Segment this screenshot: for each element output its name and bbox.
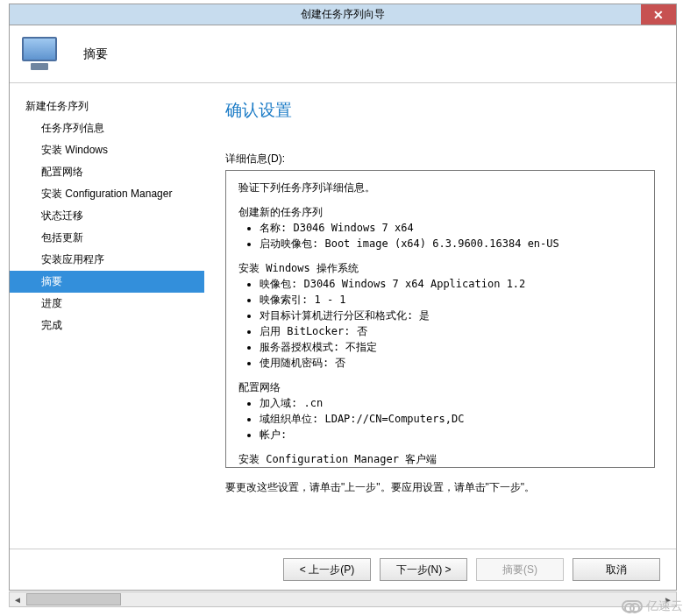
nav-item-task-info[interactable]: 任务序列信息	[10, 117, 204, 139]
details-section-create: 创建新的任务序列 名称: D3046 Windows 7 x64 启动映像包: …	[238, 204, 642, 251]
summary-button: 摘要(S)	[476, 558, 564, 581]
nav-item-summary[interactable]: 摘要	[10, 271, 204, 293]
section-title: 安装 Configuration Manager 客户端	[238, 451, 642, 467]
detail-row: 名称: D3046 Windows 7 x64	[260, 220, 642, 236]
wizard-header: 摘要	[10, 25, 676, 83]
detail-row: 包: Configuration Manager 客户端包	[260, 467, 642, 468]
nav-item-install-cm[interactable]: 安装 Configuration Manager	[10, 183, 204, 205]
detail-row: 帐户:	[260, 427, 642, 443]
detail-row: 启动映像包: Boot image (x64) 6.3.9600.16384 e…	[260, 236, 642, 251]
detail-row: 对目标计算机进行分区和格式化: 是	[260, 308, 642, 323]
nav-item-install-windows[interactable]: 安装 Windows	[10, 139, 204, 161]
cancel-button[interactable]: 取消	[573, 558, 660, 581]
nav-item-configure-network[interactable]: 配置网络	[10, 161, 204, 183]
details-section-network: 配置网络 加入域: .cn 域组织单位: LDAP://CN=Computers…	[238, 379, 642, 443]
detail-row: 使用随机密码: 否	[260, 355, 642, 371]
content-heading: 确认设置	[225, 99, 655, 122]
detail-row: 服务器授权模式: 不指定	[260, 339, 642, 355]
horizontal-scrollbar[interactable]: ◄ ►	[9, 591, 677, 607]
wizard-window: 创建任务序列向导 ✕ 摘要 新建任务序列 任务序列信息 安装 Windows 配…	[9, 4, 677, 591]
scroll-left-icon[interactable]: ◄	[10, 592, 25, 606]
titlebar: 创建任务序列向导 ✕	[10, 4, 676, 25]
detail-row: 加入域: .cn	[260, 395, 642, 411]
header-title: 摘要	[83, 46, 108, 62]
computer-icon	[20, 33, 62, 75]
next-button[interactable]: 下一步(N) >	[380, 558, 467, 581]
nav-item-install-apps[interactable]: 安装应用程序	[10, 249, 204, 271]
close-button[interactable]: ✕	[641, 4, 676, 25]
detail-row: 域组织单位: LDAP://CN=Computers,DC	[260, 411, 642, 427]
nav-root[interactable]: 新建任务序列	[10, 96, 204, 117]
watermark: 亿速云	[622, 598, 683, 614]
scroll-thumb[interactable]	[26, 593, 121, 605]
nav-item-include-updates[interactable]: 包括更新	[10, 227, 204, 249]
details-label: 详细信息(D):	[225, 152, 655, 166]
details-section-install-cm: 安装 Configuration Manager 客户端 包: Configur…	[238, 451, 642, 468]
details-intro: 验证下列任务序列详细信息。	[238, 180, 642, 195]
watermark-logo-icon	[622, 600, 643, 612]
prev-button[interactable]: < 上一步(P)	[283, 558, 371, 581]
details-box[interactable]: 验证下列任务序列详细信息。 创建新的任务序列 名称: D3046 Windows…	[225, 170, 655, 468]
section-title: 安装 Windows 操作系统	[238, 260, 642, 276]
detail-row: 启用 BitLocker: 否	[260, 323, 642, 339]
nav-item-progress[interactable]: 进度	[10, 293, 204, 315]
hint-text: 要更改这些设置，请单击"上一步"。要应用设置，请单击"下一步"。	[225, 480, 655, 495]
close-icon: ✕	[653, 8, 664, 22]
content-pane: 确认设置 详细信息(D): 验证下列任务序列详细信息。 创建新的任务序列 名称:…	[204, 83, 676, 549]
detail-row: 映像包: D3046 Windows 7 x64 Application 1.2	[260, 276, 642, 292]
nav-item-state-migration[interactable]: 状态迁移	[10, 205, 204, 227]
watermark-text: 亿速云	[646, 598, 683, 614]
detail-row: 映像索引: 1 - 1	[260, 292, 642, 308]
wizard-body: 新建任务序列 任务序列信息 安装 Windows 配置网络 安装 Configu…	[10, 83, 676, 549]
button-row: < 上一步(P) 下一步(N) > 摘要(S) 取消	[10, 549, 676, 590]
section-title: 创建新的任务序列	[238, 204, 642, 220]
details-section-install-windows: 安装 Windows 操作系统 映像包: D3046 Windows 7 x64…	[238, 260, 642, 371]
sidebar-nav: 新建任务序列 任务序列信息 安装 Windows 配置网络 安装 Configu…	[10, 83, 204, 549]
section-title: 配置网络	[238, 379, 642, 395]
window-title: 创建任务序列向导	[301, 7, 385, 22]
nav-item-completion[interactable]: 完成	[10, 315, 204, 336]
